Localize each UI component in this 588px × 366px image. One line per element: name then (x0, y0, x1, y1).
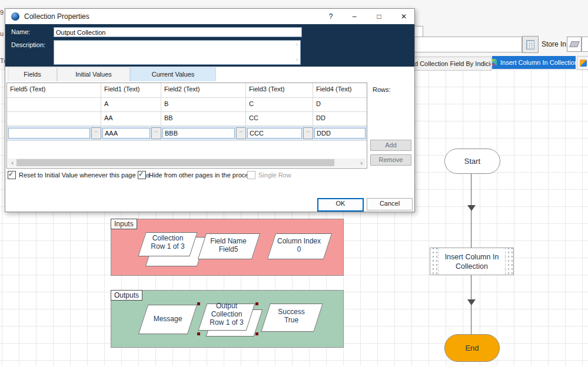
tab-current-values[interactable]: Current Values (130, 67, 216, 81)
cancel-button[interactable]: Cancel (367, 198, 413, 210)
ellipsis-button[interactable]: .. (303, 127, 313, 139)
collection-icon (11, 12, 19, 21)
reset-initial-value-checkbox[interactable]: Reset to Initial Value whenever this pag… (8, 171, 150, 179)
ellipsis-button[interactable]: .. (236, 127, 246, 139)
tab-initial-values[interactable]: Initial Values (57, 67, 130, 81)
output-success-shape[interactable] (261, 304, 323, 332)
remove-button[interactable]: Remove (370, 154, 411, 166)
table-edit-row: .. .. .. .. (7, 126, 367, 141)
value-input[interactable] (8, 128, 90, 139)
selection-handle[interactable] (255, 302, 258, 305)
edit-cell: .. (246, 127, 313, 139)
help-button[interactable]: ? (325, 12, 336, 22)
cell[interactable] (7, 98, 101, 111)
flow-arrowhead-icon (467, 205, 476, 211)
checkbox-icon[interactable] (8, 171, 16, 179)
dialog-title: Collection Properties (24, 12, 89, 21)
horizontal-scrollbar[interactable]: ‹ › (8, 159, 366, 167)
eraser-icon (569, 41, 580, 47)
column-header[interactable]: Field2 (Text) (161, 83, 246, 97)
selection-handle[interactable] (197, 302, 200, 305)
tab-insert-column-in-collection[interactable]: Insert Column In Collection (492, 56, 576, 69)
cell[interactable]: B (161, 98, 246, 111)
start-node[interactable]: Start (444, 149, 500, 174)
checkbox-label: Reset to Initial Value whenever this pag… (19, 172, 150, 179)
checkbox-icon[interactable] (138, 171, 146, 179)
expression-field[interactable] (413, 37, 522, 52)
selection-handle[interactable] (255, 332, 258, 335)
value-input[interactable] (162, 128, 235, 139)
value-input[interactable] (247, 128, 302, 139)
column-header[interactable]: Field1 (Text) (101, 83, 161, 97)
ellipsis-button[interactable]: .. (151, 127, 161, 139)
edit-cell: .. (101, 127, 161, 139)
dialog-tabbar: Fields Initial Values Current Values (8, 67, 216, 81)
output-message-shape[interactable] (138, 305, 197, 334)
start-node-label: Start (464, 157, 480, 166)
add-button[interactable]: Add (370, 140, 411, 151)
rows-label: Rows: (373, 86, 391, 93)
checkbox-label: Single Row (258, 172, 291, 179)
partial-tab-icon (580, 60, 587, 67)
column-header[interactable]: Field5 (Text) (7, 83, 101, 97)
name-label: Name: (11, 28, 30, 35)
calculator-button[interactable] (522, 36, 539, 53)
scrollbar-thumb[interactable] (16, 159, 334, 166)
chevron-down-icon[interactable]: ˅ (295, 58, 298, 62)
close-button[interactable]: ✕ (398, 12, 409, 22)
minimize-button[interactable]: – (349, 12, 360, 22)
end-node-label: End (465, 344, 479, 352)
ellipsis-button[interactable]: .. (91, 127, 101, 139)
store-in-field[interactable] (582, 37, 588, 52)
column-header[interactable]: Field3 (Text) (246, 83, 313, 97)
ok-button[interactable]: OK (317, 198, 364, 212)
cell[interactable]: CC (246, 112, 313, 126)
end-node[interactable]: End (444, 334, 500, 362)
action-anchor-dots-left (430, 248, 438, 275)
output-collection-shape[interactable] (198, 304, 255, 331)
cell[interactable]: BB (161, 112, 246, 126)
action-node-insert-column[interactable]: Insert Column InCollection (430, 248, 514, 275)
column-header[interactable]: Field4 (Text) (313, 83, 366, 97)
value-input[interactable] (314, 128, 366, 139)
edit-cell: .. (161, 127, 246, 139)
action-node-label: Insert Column InCollection (438, 248, 505, 275)
name-input[interactable] (54, 27, 302, 37)
hide-from-other-pages-checkbox[interactable]: Hide from other pages in the process (138, 171, 255, 179)
input-column-index-shape[interactable] (267, 233, 332, 259)
selection-handle[interactable] (197, 332, 200, 335)
table-header-row: Field5 (Text) Field1 (Text) Field2 (Text… (7, 83, 367, 98)
maximize-button[interactable]: □ (374, 12, 384, 22)
outputs-group[interactable]: Outputs Message Output Collection Row 1 … (111, 290, 344, 348)
cell[interactable]: DD (313, 112, 366, 126)
tab-next-partial[interactable] (577, 56, 588, 70)
tab-fields[interactable]: Fields (8, 67, 57, 81)
scroll-left-icon[interactable]: ‹ (8, 159, 16, 167)
values-table: Field5 (Text) Field1 (Text) Field2 (Text… (6, 83, 367, 169)
chevron-up-icon[interactable]: ˄ (295, 42, 298, 47)
single-row-checkbox: Single Row (247, 171, 291, 179)
inputs-group[interactable]: Inputs Collection Row 1 of 3 Field Name … (111, 219, 344, 276)
table-row[interactable]: A B C D (7, 98, 367, 112)
collection-properties-dialog: Collection Properties ? – □ ✕ Name: Desc… (5, 8, 415, 212)
value-input[interactable] (102, 128, 150, 139)
input-collection-shape[interactable] (138, 232, 197, 256)
cell[interactable]: C (246, 98, 313, 111)
description-label: Description: (11, 41, 45, 48)
input-field-name-shape[interactable] (198, 233, 260, 259)
eraser-button[interactable] (567, 37, 582, 52)
store-in-label: Store In: (542, 37, 568, 51)
cell[interactable]: AA (101, 112, 161, 126)
cell[interactable]: A (101, 98, 161, 111)
cell[interactable]: D (313, 98, 366, 111)
description-input[interactable]: ˄ ˅ (54, 40, 301, 65)
tab-label: Insert Column In Collection (500, 56, 576, 69)
action-pinwheel-icon (492, 59, 497, 66)
tab-collection-field-by-indicies[interactable]: d Collection Field By Indicies (414, 57, 491, 71)
inputs-group-label: Inputs (111, 219, 137, 229)
checkbox-icon (247, 171, 255, 179)
scroll-right-icon[interactable]: › (357, 159, 366, 167)
app-window: 9 u Tr Store In: d Collection Field By I… (0, 0, 588, 366)
cell[interactable] (7, 112, 101, 126)
table-row[interactable]: AA BB CC DD (7, 112, 367, 126)
